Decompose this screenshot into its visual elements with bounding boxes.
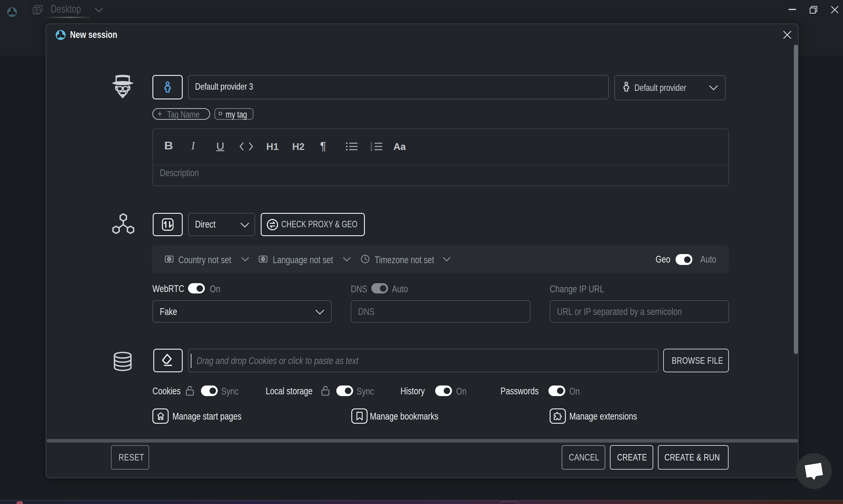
svg-text:3: 3 [370,148,372,151]
